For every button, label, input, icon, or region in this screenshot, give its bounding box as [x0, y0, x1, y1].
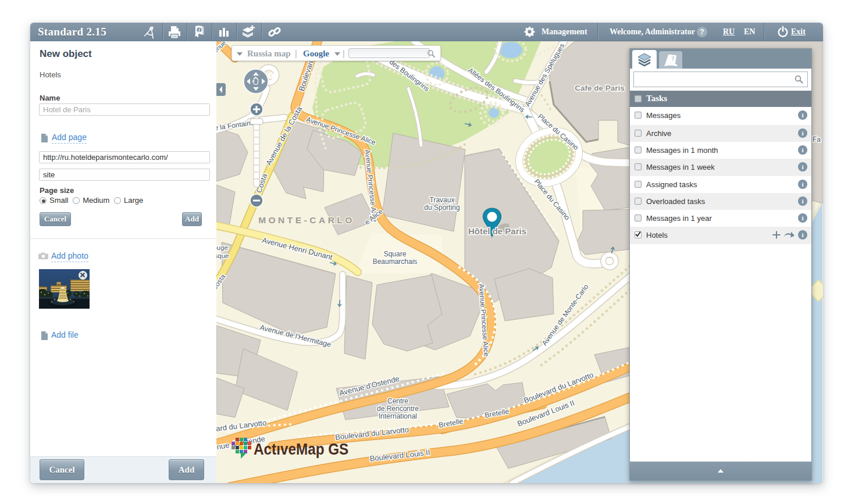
svg-text:Cafe de Paris: Cafe de Paris: [575, 84, 625, 92]
svg-text:de Rencontre: de Rencontre: [377, 405, 419, 413]
svg-text:ouge: ouge: [216, 244, 228, 251]
svg-text:MONTE-CARLO: MONTE-CARLO: [258, 215, 355, 225]
svg-text:?: ?: [671, 55, 675, 62]
svg-text:i: i: [198, 27, 200, 33]
svg-text:sque: sque: [216, 252, 229, 259]
svg-text:ActıveMap GS: ActıveMap GS: [254, 441, 348, 457]
svg-text:Travaux: Travaux: [430, 196, 455, 204]
svg-text:du Sporting: du Sporting: [424, 203, 459, 212]
svg-text:Beaumarchais: Beaumarchais: [373, 258, 418, 266]
svg-text:International: International: [379, 412, 417, 420]
svg-text:Centre: Centre: [387, 397, 408, 405]
svg-text:Square: Square: [384, 250, 407, 258]
svg-text:Fa: Fa: [813, 135, 821, 144]
svg-text:Hôtel de Paris: Hôtel de Paris: [468, 226, 526, 236]
